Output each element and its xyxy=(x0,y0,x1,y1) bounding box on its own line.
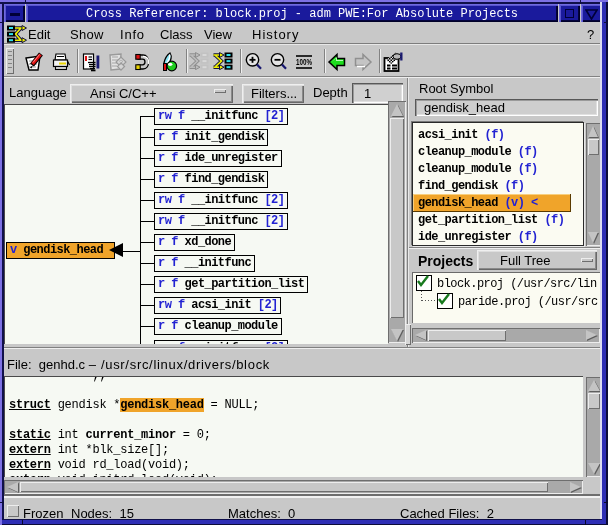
svg-text:?: ? xyxy=(119,59,123,66)
svg-text:100%: 100% xyxy=(296,57,312,67)
